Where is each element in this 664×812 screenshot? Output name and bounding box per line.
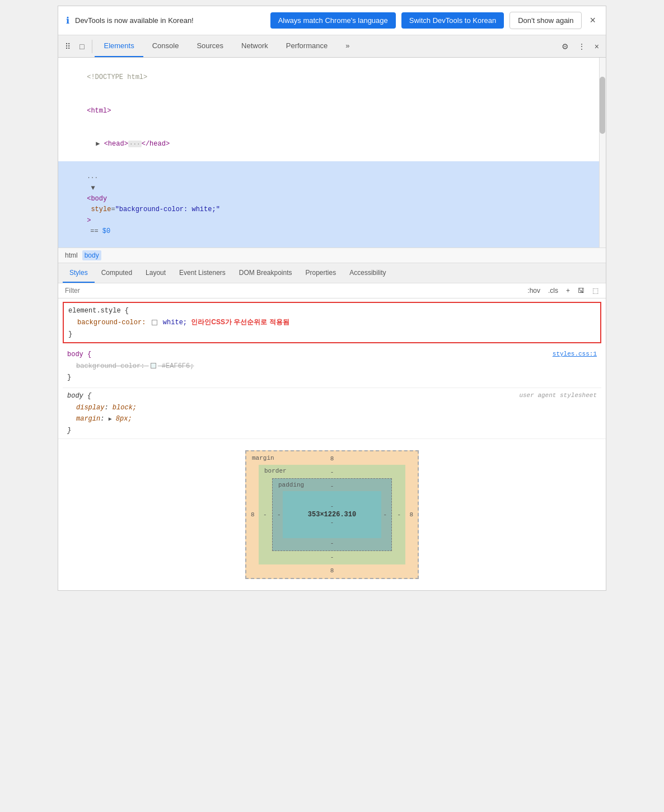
device-toolbar-button[interactable]: □ xyxy=(76,40,87,53)
tab-computed[interactable]: Computed xyxy=(95,263,139,283)
content-dash-top: - xyxy=(330,503,334,510)
hov-button[interactable]: :hov xyxy=(525,286,543,296)
tab-performance[interactable]: Performance xyxy=(277,35,336,57)
panel-tabs: Styles Computed Layout Event Listeners D… xyxy=(58,263,606,283)
tab-accessibility[interactable]: Accessibility xyxy=(343,263,392,283)
user-agent-close: } xyxy=(67,425,597,436)
padding-label: padding xyxy=(278,482,304,488)
dom-line-selected[interactable]: ··· ▼ <body style="background-color: whi… xyxy=(58,161,606,248)
styles-filter-row: :hov .cls + 🖫 ⬚ xyxy=(58,283,606,298)
styles-panel: :hov .cls + 🖫 ⬚ element.style { backgrou… xyxy=(58,283,606,438)
border-top-value[interactable]: - xyxy=(330,469,334,475)
info-icon: ℹ xyxy=(66,15,69,26)
padding-right-value: - xyxy=(383,511,387,518)
styles-filter-input[interactable] xyxy=(63,286,521,296)
color-swatch-eaf6f6[interactable] xyxy=(151,363,156,368)
scrollbar-thumb[interactable] xyxy=(600,77,605,134)
close-devtools-button[interactable]: × xyxy=(591,40,602,53)
user-agent-display-line: display: block; xyxy=(67,402,597,413)
tab-sources[interactable]: Sources xyxy=(188,35,232,57)
dom-line[interactable]: <!DOCTYPE html> xyxy=(58,61,606,95)
breadcrumb-html[interactable]: html xyxy=(63,250,80,260)
inline-annotation: 인라인CSS가 우선순위로 적용됨 xyxy=(191,318,289,326)
save-styles-button[interactable]: 🖫 xyxy=(575,286,587,296)
css-body-close: } xyxy=(67,372,597,383)
settings-button[interactable]: ⚙ xyxy=(558,40,572,53)
content-box: - 353×1226.310 - xyxy=(283,491,381,538)
body-rule: body { styles.css:1 background-color: #E… xyxy=(63,347,601,385)
dont-show-again-button[interactable]: Don't show again xyxy=(509,12,582,29)
toolbar-actions: ⚙ ⋮ × xyxy=(558,40,602,53)
body-selector-line: body { styles.css:1 xyxy=(67,349,597,360)
margin-right-value[interactable]: 8 xyxy=(409,511,413,518)
element-style-rule: element.style { background-color: white;… xyxy=(63,302,601,343)
content-dash-bottom: - xyxy=(330,520,334,526)
styles-source-link[interactable]: styles.css:1 xyxy=(553,349,597,360)
layout-toggle-button[interactable]: ⬚ xyxy=(590,286,601,296)
main-tabs: Elements Console Sources Network Perform… xyxy=(95,35,558,57)
border-label: border xyxy=(264,468,287,474)
more-options-button[interactable]: ⋮ xyxy=(574,40,589,53)
tab-event-listeners[interactable]: Event Listeners xyxy=(172,263,232,283)
inspect-element-button[interactable]: ⠿ xyxy=(62,40,74,53)
border-right-value: - xyxy=(397,511,401,518)
border-left-value: - xyxy=(263,511,267,518)
notification-bar: ℹ DevTools is now available in Korean! A… xyxy=(58,6,606,35)
switch-korean-button[interactable]: Switch DevTools to Korean xyxy=(401,12,504,29)
user-agent-selector-line: body { user agent stylesheet xyxy=(67,390,597,402)
tab-console[interactable]: Console xyxy=(143,35,188,57)
tab-elements[interactable]: Elements xyxy=(95,35,143,57)
margin-left-value[interactable]: 8 xyxy=(251,511,255,518)
tab-more[interactable]: » xyxy=(336,35,358,57)
tab-network[interactable]: Network xyxy=(232,35,277,57)
dom-line[interactable]: ▶ <head>···</head> xyxy=(58,128,606,161)
margin-top-value[interactable]: 8 xyxy=(330,455,334,462)
padding-box: padding - - - - - 353×1226.310 - xyxy=(272,478,392,551)
dom-tree-scrollbar[interactable] xyxy=(599,58,606,248)
cls-button[interactable]: .cls xyxy=(545,286,561,296)
toolbar: ⠿ □ Elements Console Sources Network Per… xyxy=(58,35,606,58)
user-agent-margin-line: margin: ▶ 8px; xyxy=(67,413,597,424)
padding-left-value: - xyxy=(277,511,281,518)
notification-close-button[interactable]: × xyxy=(587,15,598,26)
add-rule-button[interactable]: + xyxy=(563,286,573,296)
padding-bottom-value: - xyxy=(330,540,334,547)
margin-bottom-value[interactable]: 8 xyxy=(330,567,334,574)
css-strikethrough-line: background-color: #EAF6F6; xyxy=(67,361,597,372)
css-selector-line: element.style { xyxy=(68,305,596,316)
toolbar-icons: ⠿ □ xyxy=(62,40,92,53)
dom-tree: <!DOCTYPE html> <html> ▶ <head>···</head… xyxy=(58,58,606,248)
color-swatch-white[interactable] xyxy=(152,320,157,325)
user-agent-rule: body { user agent stylesheet display: bl… xyxy=(63,388,601,438)
box-model-diagram: margin 8 8 8 8 border - - - - padding - … xyxy=(245,450,419,579)
tab-layout[interactable]: Layout xyxy=(139,263,172,283)
tab-styles[interactable]: Styles xyxy=(63,263,95,283)
css-property-line: background-color: white; 인라인CSS가 우선순위로 적… xyxy=(68,316,596,328)
margin-label: margin xyxy=(252,455,274,461)
border-bottom-value: - xyxy=(330,554,334,561)
padding-top-value[interactable]: - xyxy=(330,483,334,489)
styles-filter-actions: :hov .cls + 🖫 ⬚ xyxy=(525,286,601,296)
box-model-section: margin 8 8 8 8 border - - - - padding - … xyxy=(58,438,606,590)
user-agent-label: user agent stylesheet xyxy=(519,390,597,401)
css-close-brace: } xyxy=(68,329,596,340)
tab-properties[interactable]: Properties xyxy=(299,263,343,283)
notification-text: DevTools is now available in Korean! xyxy=(75,16,265,25)
margin-triangle[interactable]: ▶ xyxy=(109,416,112,422)
breadcrumb-body[interactable]: body xyxy=(82,250,101,260)
dom-line[interactable]: <html> xyxy=(58,95,606,128)
breadcrumb: html body xyxy=(58,248,606,263)
match-language-button[interactable]: Always match Chrome's language xyxy=(270,12,396,29)
content-size[interactable]: 353×1226.310 xyxy=(308,511,356,519)
tab-dom-breakpoints[interactable]: DOM Breakpoints xyxy=(232,263,299,283)
devtools-panel: ℹ DevTools is now available in Korean! A… xyxy=(58,6,606,591)
